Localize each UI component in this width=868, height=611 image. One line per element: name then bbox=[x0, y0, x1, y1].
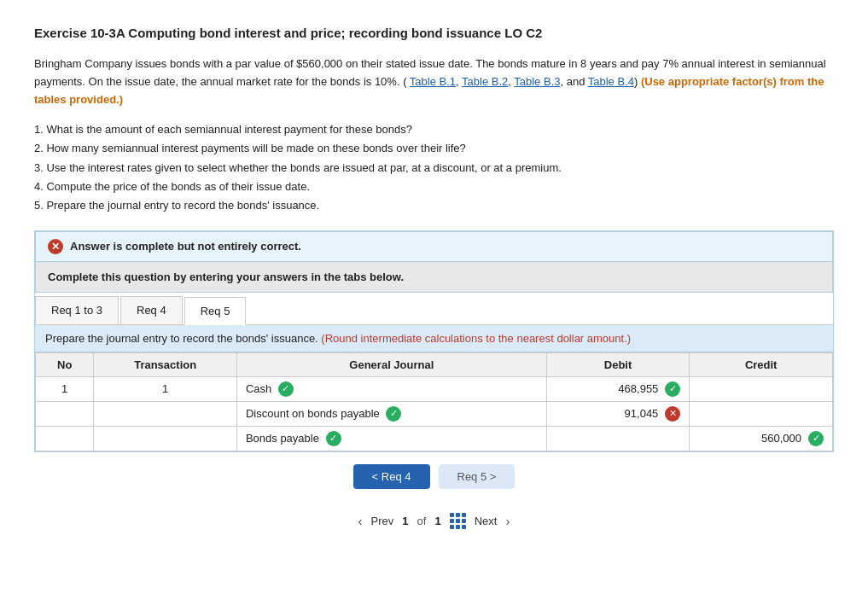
col-header-general-journal: General Journal bbox=[236, 352, 546, 376]
link-table-b2[interactable]: Table B.2 bbox=[462, 75, 508, 88]
exercise-title: Exercise 10-3A Computing bond interest a… bbox=[34, 26, 834, 40]
cell-transaction-3 bbox=[94, 426, 237, 451]
cell-no-2 bbox=[36, 401, 94, 426]
cell-debit-3 bbox=[546, 426, 690, 451]
prev-arrow-icon[interactable]: ‹ bbox=[358, 514, 363, 528]
check-icon-journal-2: ✓ bbox=[386, 406, 401, 422]
next-arrow-icon[interactable]: › bbox=[505, 514, 510, 528]
next-req-label: Req 5 > bbox=[457, 470, 497, 483]
next-req-button[interactable]: Req 5 > bbox=[439, 464, 516, 489]
check-icon-credit-3: ✓ bbox=[808, 431, 824, 446]
grid-icon[interactable] bbox=[450, 513, 466, 529]
col-header-debit: Debit bbox=[546, 352, 690, 376]
cell-no-1: 1 bbox=[36, 376, 94, 401]
description: Bringham Company issues bonds with a par… bbox=[34, 55, 834, 108]
nav-buttons: < Req 4 Req 5 > bbox=[34, 464, 834, 489]
prev-req-label: < Req 4 bbox=[372, 470, 411, 483]
answer-banner-text: Answer is complete but not entirely corr… bbox=[70, 240, 301, 253]
cell-debit-1: 468,955 ✓ bbox=[546, 376, 690, 401]
error-icon: ✕ bbox=[48, 239, 63, 254]
next-label[interactable]: Next bbox=[475, 515, 498, 527]
questions-list: 1. What is the amount of each semiannual… bbox=[34, 120, 834, 214]
col-header-credit: Credit bbox=[690, 352, 833, 376]
question-4: 4. Compute the price of the bonds as of … bbox=[34, 177, 834, 196]
page-total: 1 bbox=[434, 515, 440, 527]
table-row: Bonds payable ✓ 560,000 ✓ bbox=[36, 426, 833, 451]
prev-req-button[interactable]: < Req 4 bbox=[353, 464, 430, 489]
cell-journal-2: Discount on bonds payable ✓ bbox=[236, 401, 546, 426]
tab-content: Prepare the journal entry to record the … bbox=[35, 325, 833, 451]
cell-journal-3: Bonds payable ✓ bbox=[236, 426, 546, 451]
answer-banner: ✕ Answer is complete but not entirely co… bbox=[35, 231, 833, 262]
tab-req1to3[interactable]: Req 1 to 3 bbox=[35, 296, 119, 324]
cell-no-3 bbox=[36, 426, 94, 451]
cell-debit-2: 91,045 ✕ bbox=[546, 401, 690, 426]
error-icon-debit-2: ✕ bbox=[665, 406, 680, 422]
check-icon-journal-1: ✓ bbox=[278, 381, 294, 397]
question-1: 1. What is the amount of each semiannual… bbox=[34, 120, 834, 139]
req-instruction-note: (Round intermediate calculations to the … bbox=[321, 332, 631, 345]
link-table-b1[interactable]: Table B.1 bbox=[410, 75, 456, 88]
complete-instruction: Complete this question by entering your … bbox=[35, 262, 833, 293]
tabs-row: Req 1 to 3 Req 4 Req 5 bbox=[35, 293, 833, 325]
table-row: 1 1 Cash ✓ 468,955 ✓ bbox=[36, 376, 833, 401]
tab-req5[interactable]: Req 5 bbox=[184, 297, 247, 325]
col-header-no: No bbox=[36, 352, 94, 376]
cell-credit-1 bbox=[690, 376, 833, 401]
check-icon-debit-1: ✓ bbox=[665, 381, 680, 397]
journal-table: No Transaction General Journal Debit Cre… bbox=[35, 352, 833, 451]
tab-req4[interactable]: Req 4 bbox=[120, 296, 183, 324]
req-instruction-text: Prepare the journal entry to record the … bbox=[45, 332, 318, 345]
cell-journal-1: Cash ✓ bbox=[236, 376, 546, 401]
page-of: of bbox=[417, 515, 427, 527]
req-instruction: Prepare the journal entry to record the … bbox=[35, 325, 833, 352]
cell-credit-2 bbox=[690, 401, 833, 426]
prev-label[interactable]: Prev bbox=[371, 515, 394, 527]
question-3: 3. Use the interest rates given to selec… bbox=[34, 159, 834, 177]
answer-box: ✕ Answer is complete but not entirely co… bbox=[34, 230, 834, 452]
check-icon-journal-3: ✓ bbox=[326, 431, 341, 446]
question-5: 5. Prepare the journal entry to record t… bbox=[34, 196, 834, 215]
question-2: 2. How many semiannual interest payments… bbox=[34, 139, 834, 158]
cell-credit-3: 560,000 ✓ bbox=[690, 426, 833, 451]
link-table-b3[interactable]: Table B.3 bbox=[514, 75, 560, 88]
col-header-transaction: Transaction bbox=[94, 352, 237, 376]
pagination: ‹ Prev 1 of 1 Next › bbox=[34, 513, 834, 529]
link-table-b4[interactable]: Table B.4 bbox=[588, 75, 634, 88]
table-row: Discount on bonds payable ✓ 91,045 ✕ bbox=[36, 401, 833, 426]
page-current: 1 bbox=[402, 515, 408, 527]
cell-transaction-2 bbox=[94, 401, 237, 426]
cell-transaction-1: 1 bbox=[94, 376, 237, 401]
